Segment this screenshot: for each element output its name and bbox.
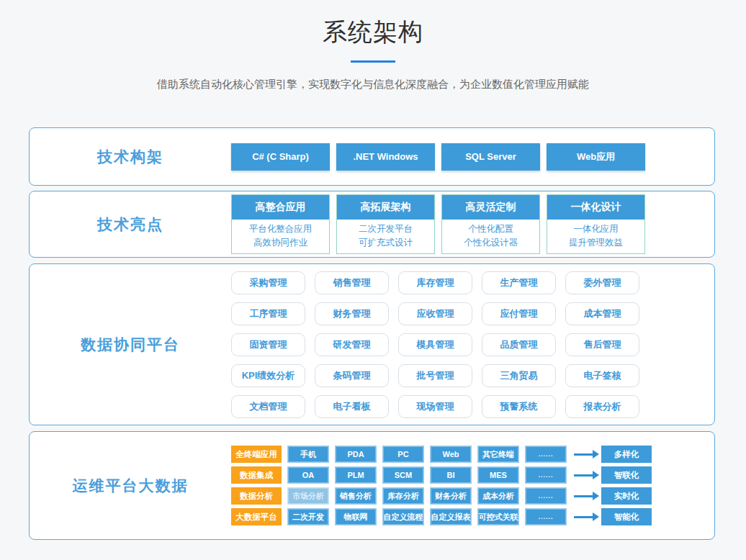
highlight-card-extensibility: 高拓展架构 二次开发平台 可扩充式设计 [336, 194, 435, 254]
module-chip[interactable]: 采购管理 [231, 271, 305, 294]
module-chip[interactable]: 生产管理 [482, 271, 556, 294]
module-chip[interactable]: 财务管理 [315, 302, 389, 325]
ops-item-chip[interactable]: 销售分析 [335, 487, 377, 505]
right-arrow-icon [574, 474, 593, 477]
module-chip[interactable]: 固资管理 [231, 333, 305, 356]
ops-category-tag[interactable]: 数据分析 [231, 487, 282, 505]
ops-item-ellipsis-chip[interactable]: ...... [525, 487, 567, 505]
ops-item-chip[interactable]: 可控式关联 [477, 508, 519, 525]
right-arrow-icon [574, 516, 593, 518]
highlight-card-title: 高拓展架构 [337, 195, 434, 220]
right-arrow-icon [574, 453, 593, 456]
highlight-card-unified: 一体化设计 一体化应用 提升管理效益 [547, 194, 645, 254]
highlight-card-flexibility: 高灵活定制 个性化配置 个性化设计器 [441, 194, 540, 254]
module-chip[interactable]: 品质管理 [482, 333, 556, 356]
highlight-cards: 高整合应用 平台化整合应用 高效协同作业 高拓展架构 二次开发平台 可扩充式设计… [231, 194, 645, 254]
ops-item-chip[interactable]: 其它终端 [477, 446, 519, 463]
highlight-card-integration: 高整合应用 平台化整合应用 高效协同作业 [231, 194, 330, 254]
ops-item-chip[interactable]: OA [287, 466, 329, 484]
ops-item-chip[interactable]: PLM [335, 466, 377, 484]
ops-category-tag[interactable]: 全终端应用 [231, 446, 282, 463]
module-chip[interactable]: 销售管理 [315, 271, 389, 294]
section-label-tech: 技术构架 [30, 147, 231, 167]
module-chip[interactable]: 批号管理 [398, 364, 472, 387]
highlight-card-title: 高整合应用 [232, 195, 329, 220]
module-chip[interactable]: 现场管理 [398, 395, 472, 418]
ops-row-bigdata: 大数据平台 二次开发 物联网 自定义流程 自定义报表 可控式关联 ...... … [231, 508, 652, 525]
ops-item-chip[interactable]: BI [430, 466, 472, 484]
module-chip[interactable]: 应付管理 [482, 302, 556, 325]
ops-item-chip[interactable]: 自定义流程 [382, 508, 424, 525]
ops-item-chip[interactable]: 自定义报表 [430, 508, 472, 525]
module-chip[interactable]: 电子看板 [315, 395, 389, 418]
module-chip[interactable]: 报表分析 [565, 395, 639, 418]
ops-item-chip[interactable]: PC [382, 446, 424, 463]
highlight-card-line: 平台化整合应用 [232, 222, 329, 236]
tech-button-row: C# (C Sharp) .NET Windows SQL Server Web… [231, 143, 645, 171]
module-chip[interactable]: 应收管理 [398, 302, 472, 325]
highlight-card-line: 二次开发平台 [337, 222, 434, 236]
section-data-platform: 数据协同平台 采购管理 销售管理 库存管理 生产管理 委外管理 工序管理 财务管… [29, 263, 715, 425]
ops-item-chip[interactable]: MES [477, 466, 519, 484]
highlight-card-line: 提升管理效益 [547, 236, 644, 250]
module-chip[interactable]: 售后管理 [565, 333, 639, 356]
ops-rows: 全终端应用 手机 PDA PC Web 其它终端 ...... 多样化 数据集成… [231, 446, 652, 525]
module-chip[interactable]: 库存管理 [398, 271, 472, 294]
module-chip[interactable]: 模具管理 [398, 333, 472, 356]
highlight-card-title: 高灵活定制 [442, 195, 539, 220]
section-label-ops: 运维平台大数据 [30, 476, 231, 496]
module-chip[interactable]: 工序管理 [231, 302, 305, 325]
module-grid: 采购管理 销售管理 库存管理 生产管理 委外管理 工序管理 财务管理 应收管理 … [231, 271, 639, 418]
ops-category-tag[interactable]: 大数据平台 [231, 508, 282, 525]
ops-item-ellipsis-chip[interactable]: ...... [525, 466, 567, 484]
tech-button-csharp[interactable]: C# (C Sharp) [231, 143, 330, 171]
module-chip[interactable]: 条码管理 [315, 364, 389, 387]
section-tech-highlights: 技术亮点 高整合应用 平台化整合应用 高效协同作业 高拓展架构 二次开发平台 可… [29, 191, 715, 258]
ops-item-chip[interactable]: Web [430, 446, 472, 463]
section-label-highlights: 技术亮点 [30, 214, 231, 235]
page-title: 系统架构 [0, 0, 746, 49]
section-ops-bigdata: 运维平台大数据 全终端应用 手机 PDA PC Web 其它终端 ...... … [29, 431, 715, 540]
ops-result-chip[interactable]: 多样化 [601, 446, 652, 463]
ops-result-chip[interactable]: 实时化 [601, 487, 652, 505]
ops-item-chip[interactable]: 成本分析 [477, 487, 519, 505]
ops-category-tag[interactable]: 数据集成 [231, 466, 282, 484]
tech-button-web[interactable]: Web应用 [547, 143, 645, 171]
tech-button-sqlserver[interactable]: SQL Server [441, 143, 540, 171]
ops-row-integration: 数据集成 OA PLM SCM BI MES ...... 智联化 [231, 466, 652, 484]
section-tech-architecture: 技术构架 C# (C Sharp) .NET Windows SQL Serve… [29, 127, 715, 186]
ops-item-chip-faded[interactable]: 市场分析 [287, 487, 329, 505]
ops-result-chip[interactable]: 智能化 [601, 508, 652, 525]
module-chip[interactable]: 成本管理 [565, 302, 639, 325]
ops-item-chip[interactable]: 二次开发 [287, 508, 329, 525]
ops-item-chip[interactable]: 手机 [287, 446, 329, 463]
right-arrow-icon [574, 495, 593, 497]
ops-result-chip[interactable]: 智联化 [601, 466, 652, 484]
page-subtitle: 借助系统自动化核心管理引擎，实现数字化与信息化深度融合，为企业数值化管理应用赋能 [0, 78, 746, 91]
module-chip[interactable]: 委外管理 [565, 271, 639, 294]
highlight-card-line: 个性化配置 [442, 222, 539, 236]
module-chip[interactable]: 三角贸易 [482, 364, 556, 387]
ops-item-chip[interactable]: SCM [382, 466, 424, 484]
highlight-card-line: 高效协同作业 [232, 236, 329, 250]
ops-item-ellipsis-chip[interactable]: ...... [525, 446, 567, 463]
module-chip[interactable]: 文档管理 [231, 395, 305, 418]
title-underline [351, 60, 395, 63]
tech-button-dotnet[interactable]: .NET Windows [336, 143, 435, 171]
highlight-card-line: 可扩充式设计 [337, 236, 434, 250]
ops-item-chip[interactable]: PDA [335, 446, 377, 463]
module-chip[interactable]: 研发管理 [315, 333, 389, 356]
ops-row-terminals: 全终端应用 手机 PDA PC Web 其它终端 ...... 多样化 [231, 446, 652, 463]
highlight-card-title: 一体化设计 [547, 195, 644, 220]
module-chip[interactable]: KPI绩效分析 [231, 364, 305, 387]
section-label-platform: 数据协同平台 [30, 335, 231, 355]
highlight-card-line: 一体化应用 [547, 222, 644, 236]
module-chip[interactable]: 预警系统 [482, 395, 556, 418]
ops-item-ellipsis-chip[interactable]: ...... [525, 508, 567, 525]
ops-item-chip[interactable]: 财务分析 [430, 487, 472, 505]
ops-row-analysis: 数据分析 市场分析 销售分析 库存分析 财务分析 成本分析 ...... 实时化 [231, 487, 652, 505]
ops-item-chip[interactable]: 物联网 [335, 508, 377, 525]
module-chip[interactable]: 电子签核 [565, 364, 639, 387]
ops-item-chip[interactable]: 库存分析 [382, 487, 424, 505]
highlight-card-line: 个性化设计器 [442, 236, 539, 250]
